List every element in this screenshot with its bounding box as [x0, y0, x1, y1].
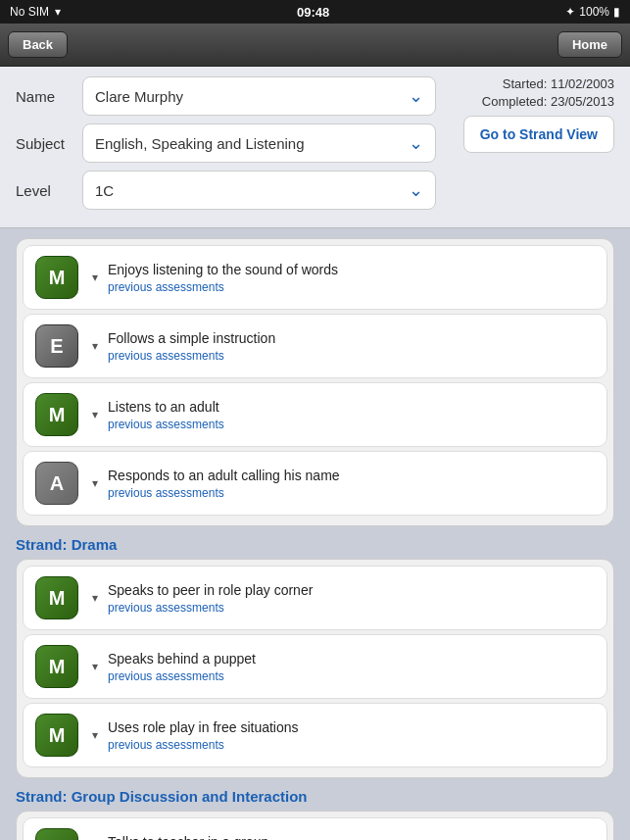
assessment-badge: M — [35, 256, 78, 299]
previous-assessments-link[interactable]: previous assessments — [108, 418, 595, 431]
level-row: Level 1C ⌄ — [16, 171, 436, 210]
item-title: Speaks to peer in role play corner — [108, 582, 595, 598]
strand-header-1: Strand: Drama — [16, 536, 614, 553]
home-button[interactable]: Home — [557, 31, 622, 58]
item-title: Enjoys listening to the sound of words — [108, 262, 595, 277]
item-text-group: Enjoys listening to the sound of wordspr… — [108, 262, 595, 294]
assessment-badge: M — [35, 645, 78, 688]
name-chevron-icon: ⌄ — [409, 85, 423, 107]
strand-view-button[interactable]: Go to Strand View — [463, 116, 614, 153]
assessment-badge: E — [35, 324, 78, 368]
assessment-badge: M — [35, 828, 78, 840]
level-value: 1C — [95, 182, 114, 199]
assessment-card[interactable]: E▾Follows a simple instructionprevious a… — [23, 314, 607, 378]
card-group-1: M▾Speaks to peer in role play cornerprev… — [16, 559, 614, 778]
level-select[interactable]: 1C ⌄ — [82, 171, 436, 210]
badge-chevron-icon: ▾ — [92, 728, 98, 742]
item-text-group: Listens to an adultprevious assessments — [108, 399, 595, 431]
scroll-content[interactable]: M▾Enjoys listening to the sound of words… — [0, 228, 630, 840]
assessment-badge: M — [35, 576, 78, 619]
form-area: Name Clare Murphy ⌄ Subject English, Spe… — [0, 67, 630, 228]
assessment-badge: M — [35, 714, 78, 757]
badge-chevron-icon: ▾ — [92, 591, 98, 605]
previous-assessments-link[interactable]: previous assessments — [108, 486, 595, 500]
badge-chevron-icon: ▾ — [92, 476, 98, 490]
item-title: Follows a simple instruction — [108, 330, 595, 346]
completed-text: Completed: 23/05/2013 — [482, 94, 614, 109]
subject-label: Subject — [16, 135, 82, 152]
bluetooth-icon: ✦ — [565, 5, 575, 19]
back-button[interactable]: Back — [8, 31, 68, 58]
battery-icon: ▮ — [613, 5, 620, 19]
level-label: Level — [16, 182, 82, 199]
card-group-0: M▾Enjoys listening to the sound of words… — [16, 238, 614, 526]
item-text-group: Follows a simple instructionprevious ass… — [108, 330, 595, 363]
assessment-card[interactable]: M▾Listens to an adultprevious assessment… — [23, 382, 607, 447]
badge-chevron-icon: ▾ — [92, 408, 98, 421]
previous-assessments-link[interactable]: previous assessments — [108, 280, 595, 294]
item-title: Uses role play in free situations — [108, 719, 595, 735]
badge-chevron-icon: ▾ — [92, 271, 98, 284]
badge-chevron-icon: ▾ — [92, 339, 98, 353]
name-label: Name — [16, 88, 82, 105]
time-display: 09:48 — [297, 5, 329, 20]
status-left: No SIM ▾ — [10, 5, 61, 19]
name-value: Clare Murphy — [95, 88, 183, 105]
item-text-group: Speaks to peer in role play cornerprevio… — [108, 582, 595, 615]
item-title: Responds to an adult calling his name — [108, 468, 595, 483]
assessment-card[interactable]: M▾Enjoys listening to the sound of words… — [23, 245, 607, 310]
previous-assessments-link[interactable]: previous assessments — [108, 601, 595, 615]
badge-chevron-icon: ▾ — [92, 660, 98, 673]
assessment-card[interactable]: M▾Speaks behind a puppetprevious assessm… — [23, 634, 607, 699]
status-bar: No SIM ▾ 09:48 ✦ 100% ▮ — [0, 0, 630, 24]
carrier-text: No SIM — [10, 5, 49, 19]
subject-select[interactable]: English, Speaking and Listening ⌄ — [82, 124, 436, 163]
assessment-badge: A — [35, 462, 78, 505]
battery-text: 100% — [579, 5, 609, 19]
name-row: Name Clare Murphy ⌄ — [16, 76, 436, 116]
previous-assessments-link[interactable]: previous assessments — [108, 738, 595, 752]
item-text-group: Uses role play in free situationspreviou… — [108, 719, 595, 752]
assessment-card[interactable]: M▾Talks to teacher in a groupprevious as… — [23, 817, 607, 840]
item-title: Listens to an adult — [108, 399, 595, 415]
assessment-card[interactable]: M▾Uses role play in free situationsprevi… — [23, 703, 607, 767]
strand-header-2: Strand: Group Discussion and Interaction — [16, 788, 614, 805]
status-right: ✦ 100% ▮ — [565, 5, 620, 19]
assessment-card[interactable]: A▾Responds to an adult calling his namep… — [23, 451, 607, 516]
item-text-group: Responds to an adult calling his namepre… — [108, 468, 595, 500]
form-fields: Name Clare Murphy ⌄ Subject English, Spe… — [16, 76, 436, 218]
previous-assessments-link[interactable]: previous assessments — [108, 669, 595, 683]
subject-value: English, Speaking and Listening — [95, 135, 305, 152]
level-chevron-icon: ⌄ — [409, 179, 423, 201]
nav-bar: Back Home — [0, 24, 630, 67]
item-text-group: Speaks behind a puppetprevious assessmen… — [108, 651, 595, 683]
item-text-group: Talks to teacher in a groupprevious asse… — [108, 834, 595, 841]
subject-row: Subject English, Speaking and Listening … — [16, 124, 436, 163]
started-text: Started: 11/02/2003 — [503, 76, 614, 91]
card-group-2: M▾Talks to teacher in a groupprevious as… — [16, 811, 614, 840]
wifi-icon: ▾ — [55, 5, 61, 19]
meta-info: Started: 11/02/2003 Completed: 23/05/201… — [448, 76, 614, 153]
subject-chevron-icon: ⌄ — [409, 132, 423, 154]
previous-assessments-link[interactable]: previous assessments — [108, 349, 595, 363]
item-title: Speaks behind a puppet — [108, 651, 595, 667]
assessment-badge: M — [35, 393, 78, 436]
name-select[interactable]: Clare Murphy ⌄ — [82, 76, 436, 116]
assessment-card[interactable]: M▾Speaks to peer in role play cornerprev… — [23, 566, 607, 630]
item-title: Talks to teacher in a group — [108, 834, 595, 841]
